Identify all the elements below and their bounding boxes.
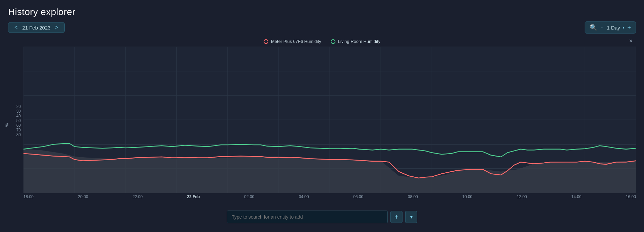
x-tick-2200: 22:00 bbox=[132, 194, 143, 199]
x-tick-1200: 12:00 bbox=[517, 194, 527, 199]
close-chart-button[interactable]: × bbox=[629, 38, 633, 45]
chart-svg bbox=[23, 47, 636, 193]
zoom-controls: 🔍 - 1 Day ▾ + bbox=[585, 21, 636, 34]
zoom-plus-button[interactable]: + bbox=[627, 24, 631, 31]
legend-label-meter: Meter Plus 67F6 Humidity bbox=[271, 39, 321, 44]
x-tick-1400: 14:00 bbox=[571, 194, 581, 199]
current-date: 21 Feb 2023 bbox=[22, 25, 50, 31]
y-axis-label: % bbox=[5, 123, 9, 127]
x-tick-0400: 04:00 bbox=[299, 194, 309, 199]
chart-svg-container bbox=[23, 47, 636, 193]
y-axis: 80 70 60 50 40 30 20 bbox=[8, 103, 23, 147]
page-container: History explorer < 21 Feb 2023 > 🔍 - 1 D… bbox=[0, 0, 644, 232]
zoom-separator: - bbox=[600, 24, 604, 31]
x-tick-0800: 08:00 bbox=[408, 194, 418, 199]
y-tick-70: 70 bbox=[8, 128, 23, 132]
legend-dot-green bbox=[331, 39, 335, 44]
legend-item-living: Living Room Humidity bbox=[331, 39, 380, 44]
prev-date-button[interactable]: < bbox=[13, 24, 19, 31]
search-input[interactable] bbox=[227, 211, 388, 223]
toolbar: < 21 Feb 2023 > 🔍 - 1 Day ▾ + bbox=[8, 21, 636, 34]
legend-item-meter: Meter Plus 67F6 Humidity bbox=[264, 39, 321, 44]
x-tick-0200: 02:00 bbox=[244, 194, 254, 199]
zoom-in-icon[interactable]: 🔍 bbox=[590, 24, 597, 31]
zoom-value: 1 Day bbox=[607, 25, 620, 31]
x-tick-1800: 18:00 bbox=[23, 194, 34, 199]
x-tick-2000: 20:00 bbox=[78, 194, 88, 199]
y-tick-60: 60 bbox=[8, 123, 23, 128]
chart-body: % 80 70 60 50 40 30 20 bbox=[8, 47, 636, 203]
chart-area: Meter Plus 67F6 Humidity Living Room Hum… bbox=[8, 38, 636, 203]
page-title: History explorer bbox=[8, 7, 636, 17]
y-tick-50: 50 bbox=[8, 118, 23, 123]
search-dropdown-button[interactable]: ▾ bbox=[405, 211, 417, 223]
y-tick-40: 40 bbox=[8, 114, 23, 118]
date-navigator: < 21 Feb 2023 > bbox=[8, 22, 65, 33]
x-tick-22feb: 22 Feb bbox=[187, 194, 200, 199]
next-date-button[interactable]: > bbox=[54, 24, 60, 31]
x-tick-0600: 06:00 bbox=[353, 194, 363, 199]
legend-label-living: Living Room Humidity bbox=[338, 39, 380, 44]
x-tick-1000: 10:00 bbox=[462, 194, 472, 199]
chart-canvas-wrapper: 18:00 20:00 22:00 22 Feb 02:00 04:00 06:… bbox=[23, 47, 636, 203]
y-tick-80: 80 bbox=[8, 132, 23, 137]
x-axis: 18:00 20:00 22:00 22 Feb 02:00 04:00 06:… bbox=[23, 193, 636, 203]
x-tick-1600: 16:00 bbox=[626, 194, 636, 199]
zoom-dropdown-icon[interactable]: ▾ bbox=[623, 25, 625, 30]
chart-legend: Meter Plus 67F6 Humidity Living Room Hum… bbox=[8, 38, 636, 47]
search-add-button[interactable]: + bbox=[390, 211, 402, 223]
y-tick-20: 20 bbox=[8, 104, 23, 109]
search-bar-row: + ▾ bbox=[8, 207, 636, 225]
legend-dot-red bbox=[264, 39, 268, 44]
y-tick-30: 30 bbox=[8, 109, 23, 114]
